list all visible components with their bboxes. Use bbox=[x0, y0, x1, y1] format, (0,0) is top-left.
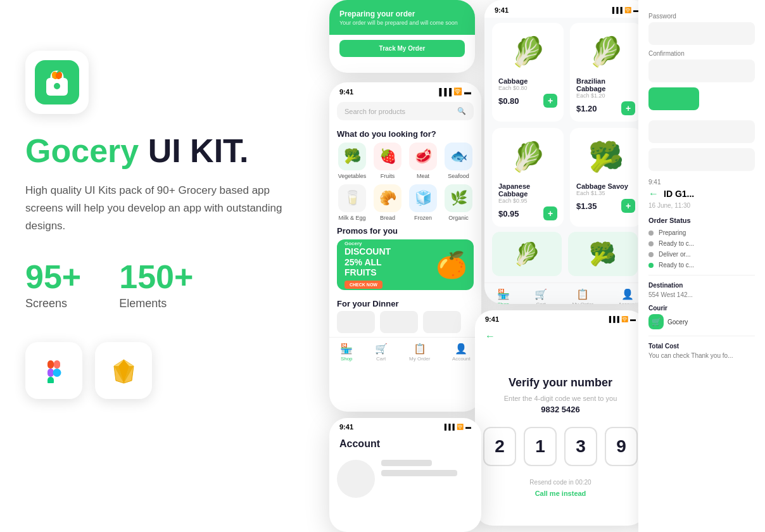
confirmation-input[interactable] bbox=[648, 60, 755, 82]
total-cost-label: Total Cost bbox=[648, 343, 755, 350]
promo-banner[interactable]: Gocery DISCOUNT25% ALLFRUITS CHECK NOW 🍊 bbox=[337, 239, 474, 290]
phone2-nav-account[interactable]: 👤 Account bbox=[618, 288, 636, 304]
category-organic[interactable]: 🌿 Organic bbox=[443, 184, 474, 221]
signal-icon: ▐▐▐ bbox=[437, 88, 452, 96]
phone4-wifi-icon: 🛜 bbox=[621, 316, 628, 322]
search-bar[interactable]: Search for products 🔍 bbox=[337, 102, 474, 120]
category-seafood[interactable]: 🐟 Seafood bbox=[443, 142, 474, 179]
brazilian-cabbage-add-button[interactable]: + bbox=[621, 101, 635, 115]
phone5-battery-icon: ▬ bbox=[465, 424, 471, 430]
japanese-cabbage-name: Japanese Cabbage bbox=[498, 182, 557, 198]
wifi-icon: 🛜 bbox=[453, 87, 462, 96]
call-me-instead-link[interactable]: Call me instead bbox=[535, 490, 586, 497]
app-icon bbox=[25, 51, 89, 114]
category-fruits[interactable]: 🍓 Fruits bbox=[372, 142, 403, 179]
code-box-3[interactable]: 3 bbox=[564, 427, 597, 466]
more-product-2: 🥦 bbox=[568, 232, 638, 276]
password-input[interactable] bbox=[648, 22, 755, 45]
courier-row: 🛒 Gocery bbox=[648, 314, 755, 329]
dinner-item-2 bbox=[380, 311, 418, 333]
nav-account-label: Account bbox=[452, 356, 471, 362]
product-card-cabbage-savoy: 🥦 Cabbage Savoy Each $1.35 $1.35 + bbox=[570, 128, 642, 227]
nav-shop[interactable]: 🏪 Shop bbox=[340, 343, 353, 362]
cabbage-savoy-unit: Each $1.35 bbox=[576, 190, 635, 196]
order-back-arrow[interactable]: ← bbox=[648, 188, 659, 200]
courier-label: Courir bbox=[648, 305, 755, 312]
nav-account[interactable]: 👤 Account bbox=[452, 343, 471, 362]
divider-1 bbox=[648, 275, 755, 276]
phone4-status-time: 9:41 bbox=[485, 315, 499, 323]
figma-icon-box bbox=[25, 342, 82, 399]
courier-avatar: 🛒 bbox=[648, 314, 664, 329]
verify-content: Verify your number Enter the 4-digit cod… bbox=[475, 347, 646, 526]
seafood-icon-box: 🐟 bbox=[445, 142, 472, 170]
phone2-account-icon: 👤 bbox=[621, 288, 634, 300]
status-ready-collect: Ready to c... bbox=[648, 240, 755, 247]
phone2-status-icons: ▐▐▐ 🛜 ▬ bbox=[610, 7, 639, 13]
left-section: Gocery UI KIT. High quality UI Kits pack… bbox=[25, 51, 317, 399]
screens-label: Screens bbox=[25, 297, 81, 310]
dinner-item-1 bbox=[337, 311, 375, 333]
category-vegetables[interactable]: 🥦 Vegetables bbox=[337, 142, 367, 179]
tool-icons bbox=[25, 342, 317, 399]
category-bread[interactable]: 🥐 Bread bbox=[372, 184, 403, 221]
phone2-nav-account-label: Account bbox=[618, 301, 636, 304]
code-box-4[interactable]: 9 bbox=[605, 427, 638, 466]
status-delivered: Deliver or... bbox=[648, 251, 755, 258]
shop-icon: 🏪 bbox=[340, 343, 353, 355]
category-meat[interactable]: 🥩 Meat bbox=[408, 142, 438, 179]
frozen-icon-box: 🧊 bbox=[409, 184, 437, 212]
cabbage-price-row: $0.80 + bbox=[498, 94, 557, 108]
svg-rect-5 bbox=[54, 360, 60, 369]
courier-name: Gocery bbox=[667, 319, 688, 326]
cabbage-savoy-price-row: $1.35 + bbox=[576, 199, 635, 213]
nav-cart[interactable]: 🛒 Cart bbox=[375, 343, 388, 362]
elements-count: 150+ bbox=[119, 260, 193, 293]
extra-input-1[interactable] bbox=[648, 120, 755, 143]
vegetables-icon-box: 🥦 bbox=[338, 142, 366, 170]
nav-my-order[interactable]: 📋 My Order bbox=[409, 343, 430, 362]
ready-collect-dot bbox=[648, 241, 654, 246]
order-status-title: Order Status bbox=[648, 217, 755, 224]
search-placeholder: Search for products bbox=[345, 108, 405, 115]
stat-elements: 150+ Elements bbox=[119, 260, 193, 310]
phone4-signal-icon: ▐▐▐ bbox=[607, 316, 619, 322]
phone-status-bar: 9:41 ▐▐▐ 🛜 ▬ bbox=[329, 82, 481, 98]
phone-verify-number: 9:41 ▐▐▐ 🛜 ▬ ← Verify your number Enter … bbox=[475, 310, 646, 526]
organic-label: Organic bbox=[448, 215, 469, 221]
order-icon: 📋 bbox=[414, 343, 426, 355]
account-name-placeholder bbox=[381, 460, 432, 466]
submit-button[interactable] bbox=[648, 87, 699, 110]
bottom-nav: 🏪 Shop 🛒 Cart 📋 My Order 👤 Account bbox=[329, 337, 481, 365]
cabbage-savoy-add-button[interactable]: + bbox=[621, 199, 635, 213]
category-frozen[interactable]: 🧊 Frozen bbox=[408, 184, 438, 221]
back-button[interactable]: ← bbox=[475, 326, 646, 347]
code-box-1[interactable]: 2 bbox=[483, 427, 516, 466]
track-order-button[interactable]: Track My Order bbox=[339, 40, 465, 57]
japanese-cabbage-unit: Each $0.95 bbox=[498, 198, 557, 204]
code-box-2[interactable]: 1 bbox=[524, 427, 557, 466]
kit-label: UI KIT. bbox=[139, 132, 248, 169]
account-info bbox=[381, 460, 474, 498]
status-preparing: Preparing bbox=[648, 229, 755, 236]
category-milk-egg[interactable]: 🥛 Milk & Egg bbox=[337, 184, 367, 221]
check-now-button[interactable]: CHECK NOW bbox=[345, 281, 382, 289]
verify-phone-number: 9832 5426 bbox=[541, 405, 579, 414]
battery-icon: ▬ bbox=[464, 88, 471, 96]
phone2-nav-order[interactable]: 📋 My Order bbox=[572, 288, 593, 304]
brazilian-cabbage-unit: Each $1.20 bbox=[576, 92, 635, 99]
code-input-boxes: 2 1 3 9 bbox=[483, 427, 638, 466]
phone2-nav-shop[interactable]: 🏪 Shop bbox=[497, 288, 510, 304]
phone2-status-bar: 9:41 ▐▐▐ 🛜 ▬ bbox=[484, 0, 649, 18]
fruits-icon-box: 🍓 bbox=[374, 142, 401, 170]
brazilian-cabbage-price-row: $1.20 + bbox=[576, 101, 635, 115]
phone2-nav-shop-label: Shop bbox=[497, 301, 509, 304]
japanese-cabbage-add-button[interactable]: + bbox=[543, 206, 557, 220]
nav-shop-label: Shop bbox=[341, 356, 353, 362]
phone2-nav-cart[interactable]: 🛒 Cart bbox=[534, 288, 547, 304]
order-id-row: ← ID G1... bbox=[648, 188, 755, 200]
cabbage-add-button[interactable]: + bbox=[543, 94, 557, 108]
ready-final-dot bbox=[648, 263, 654, 268]
fruits-label: Fruits bbox=[381, 173, 395, 179]
extra-input-2[interactable] bbox=[648, 148, 755, 171]
